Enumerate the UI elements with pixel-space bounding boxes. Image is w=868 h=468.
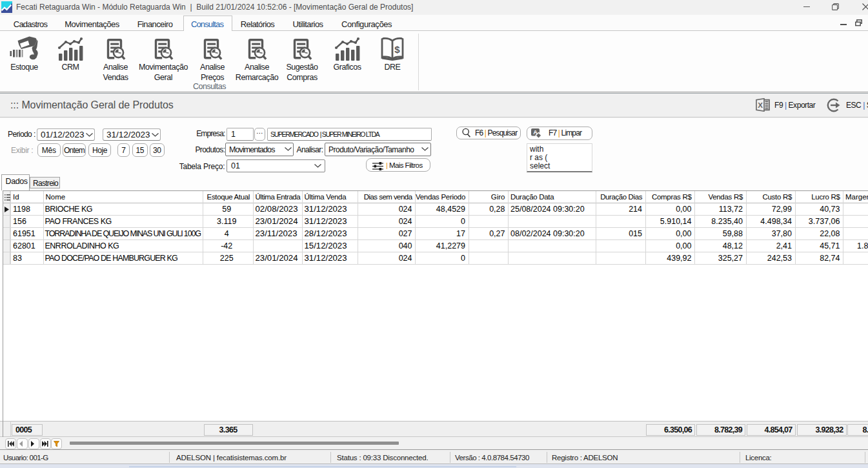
svg-text:X: X (758, 101, 763, 109)
svg-text:$: $ (394, 44, 400, 55)
